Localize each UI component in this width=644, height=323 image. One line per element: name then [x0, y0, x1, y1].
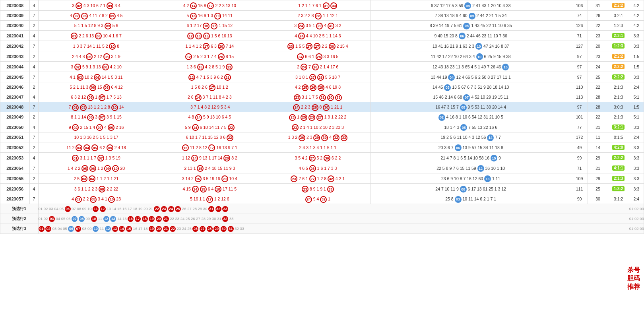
issue-cell: 2023038	[0, 0, 30, 11]
count-cell: 28	[588, 92, 608, 102]
ratio-text: 3:0:3	[614, 105, 623, 109]
circled-number: 22	[226, 64, 233, 70]
ratio-cell: 2:2:2	[608, 153, 629, 163]
circled-number: 01	[71, 33, 78, 39]
col2-cell: 6 1 2 17 16 17 1 15 12	[154, 21, 265, 31]
ratio-cell: 4:1:1	[608, 163, 629, 173]
end-cell: 4:2	[629, 21, 644, 31]
circled-number: 06	[89, 84, 96, 91]
end-cell: 3:3	[629, 153, 644, 163]
circled-number: 28	[312, 104, 318, 111]
col1-cell: 4 1 03 10 2 06 14 1 5 3 11	[38, 72, 154, 82]
circled-number: 26	[299, 134, 305, 141]
col1-cell: 9 02 2 15 1 4 07 4 09 2 16	[38, 122, 154, 132]
circled-number: 23	[289, 114, 296, 121]
count-cell: 29	[588, 173, 608, 184]
col1-cell: 01 3 1 1 1 7 07 1 3 5 19	[38, 153, 154, 163]
period-cell: 2	[30, 21, 38, 31]
col2-cell: 1 3 6 15 4 2 8 5 1 9 22	[154, 62, 265, 72]
circled-number: 10	[475, 43, 482, 50]
circled-number: 15	[491, 155, 497, 162]
col1-cell: 2 5 03 04 1 1 2 1 1 21	[38, 173, 154, 184]
circled-number: 13	[484, 175, 491, 182]
circled-number: 15	[203, 33, 210, 39]
circled-number: 14	[190, 2, 197, 9]
circled-number: 02	[73, 13, 80, 19]
ratio-cell: 2:1:3	[608, 112, 629, 122]
preselect-nums-second: 01 02 03 04 05 06 07 08 09 10 11 12 13 1…	[629, 204, 644, 214]
period-cell: 2	[30, 173, 38, 184]
circled-number: 09	[105, 23, 111, 29]
circled-number: 04	[83, 144, 90, 151]
circled-number: 23	[287, 43, 294, 50]
col2-cell: 5 16 1 1 17 1 2 12 6	[154, 194, 265, 204]
period-cell: 7	[30, 163, 38, 173]
circled-number: 07	[463, 94, 470, 101]
sum-cell: 99	[571, 153, 588, 163]
circled-number: 08	[463, 23, 470, 29]
ratio-badge: 2:2:2	[612, 3, 625, 8]
col2-cell: 3 7 1 4 8 2 12 9 5 3 4	[154, 102, 265, 112]
period-cell: 2	[30, 112, 38, 122]
count-cell: 22	[588, 21, 608, 31]
col4-cell: 11 42 17 22 10 2 64 3 4 10 6 25 9 15 9 3…	[370, 51, 571, 62]
issue-cell: 2023046	[0, 82, 30, 92]
circled-number: 24	[298, 33, 305, 39]
ratio-cell: 3:2:1	[608, 122, 629, 132]
col1-cell: 3 02 4 3 10 6 7 1 09 3 4	[38, 0, 154, 11]
circled-number: 32	[328, 175, 334, 182]
col1-cell: 10 1 3 16 2 5 1 5 1 3 17	[38, 132, 154, 142]
col2-cell: 12 13 15 1 5 6 16 13	[154, 31, 265, 41]
col1-cell: 5 1 1 5 12 8 9 3 09 5 6	[38, 21, 154, 31]
col1-cell: 3 6 1 1 2 2 3 08 2 2 22	[38, 184, 154, 194]
circled-number: 30	[329, 43, 336, 50]
col1-cell: 1 3 3 7 14 1 11 5 2 10 8	[38, 41, 154, 51]
circled-number: 05	[87, 94, 94, 101]
ratio-cell: 3:1:2	[608, 194, 629, 204]
circled-number: 09	[107, 2, 113, 9]
period-cell: 2	[30, 82, 38, 92]
ratio-badge: 4:2:0	[612, 145, 625, 150]
circled-number: 20	[218, 43, 225, 50]
circled-number: 08	[103, 84, 110, 91]
circled-number: 30	[323, 104, 330, 111]
col3-cell: 4 24 4 4 10 2 5 1 1 14 3	[265, 31, 370, 41]
circled-number: 26	[309, 165, 316, 172]
circled-number: 17	[209, 84, 215, 91]
count-cell: 26	[588, 11, 608, 21]
ratio-cell: 2:2:2	[608, 62, 629, 72]
circled-number: 22	[227, 134, 233, 141]
preselect-nums-first: 01 02 03 04 05 06 07 08 09 10 11 12 13 1…	[38, 214, 629, 224]
end-cell: 5:1	[629, 112, 644, 122]
count-cell: 25	[588, 184, 608, 194]
circled-number: 06	[455, 144, 462, 151]
ratio-text: 2:1:3	[614, 95, 623, 99]
sum-cell: 97	[571, 72, 588, 82]
period-cell: 7	[30, 41, 38, 51]
col2-cell: 12 2 5 2 3 1 7 4 20 8 15	[154, 51, 265, 62]
col3-cell: 3 24 3 9 1 29 4 31 3 2	[265, 21, 370, 31]
circled-number: 12	[187, 33, 194, 39]
col3-cell: 24 6 6 1 28 3 3 16 5	[265, 51, 370, 62]
col3-cell: 24 9 4 32 1	[265, 194, 370, 204]
issue-cell: 2023041	[0, 31, 30, 41]
issue-cell: 2023051	[0, 132, 30, 142]
col3-cell: 2 4 3 1 3 4 1 1 5 1 1	[265, 142, 370, 153]
circled-number: 09	[104, 165, 111, 172]
circled-number: 02	[438, 114, 445, 121]
circled-number: 14	[195, 94, 202, 101]
circled-number: 20	[221, 175, 228, 182]
circled-number: 06	[94, 74, 101, 81]
ratio-badge: 2:1:3	[612, 176, 625, 181]
col3-cell: 23 7 6 1 27 1 2 8 32 4 2 1	[265, 173, 370, 184]
sum-cell: 77	[571, 122, 588, 132]
count-cell: 29	[588, 153, 608, 163]
circled-number: 10	[109, 43, 116, 50]
col4-cell: 24 7 10 11 9 08 6 17 13 61 25 1 3 12	[370, 184, 571, 194]
sum-cell: 126	[571, 21, 588, 31]
end-cell: 3:3	[629, 122, 644, 132]
recommend-label: 推荐	[627, 283, 640, 291]
end-cell: 4:2	[629, 0, 644, 11]
circled-number: 23	[291, 175, 297, 182]
sum-cell: 71	[571, 163, 588, 173]
